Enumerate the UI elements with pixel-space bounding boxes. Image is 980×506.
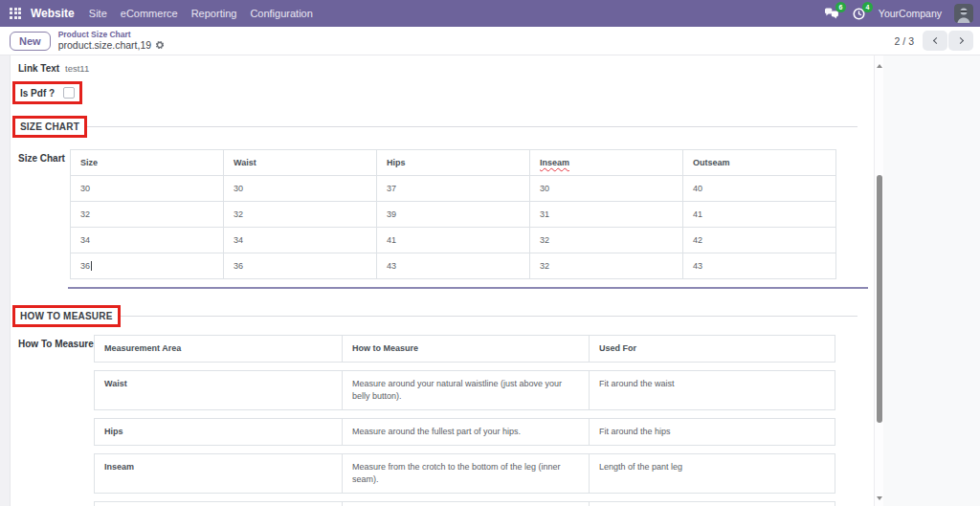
size-cell[interactable]: 30 (71, 176, 224, 202)
company-name[interactable]: YourCompany (879, 8, 942, 19)
how-to-measure-heading: HOW TO MEASURE (20, 311, 113, 321)
how-to-measure-label: How To Measure (18, 335, 94, 349)
link-text-label: Link Text (18, 62, 65, 74)
waist-cell[interactable]: 36 (224, 253, 377, 279)
scroll-down-arrow[interactable] (877, 496, 882, 503)
menu-reporting[interactable]: Reporting (191, 8, 237, 19)
menu-ecommerce[interactable]: eCommerce (121, 8, 178, 19)
scroll-up-arrow[interactable] (877, 61, 882, 68)
control-panel: New Product Size Chart product.size.char… (0, 27, 980, 55)
how-to-measure-cell[interactable]: Measure around the fullest part of your … (342, 419, 589, 445)
annotation-box-is-pdf: Is Pdf ? (12, 81, 82, 104)
field-how-to-measure: How To Measure Measurement Area How to M… (18, 335, 874, 506)
size-chart-header-cell[interactable]: Hips (377, 150, 530, 176)
inseam-cell[interactable]: 32 (530, 228, 683, 253)
pager-count: 2 / 3 (895, 35, 914, 47)
pager: 2 / 3 (895, 31, 973, 51)
user-avatar[interactable] (954, 4, 973, 23)
messages-badge: 6 (835, 2, 846, 12)
how-to-measure-row: Hips Measure around the fullest part of … (94, 418, 835, 446)
hips-cell[interactable]: 39 (377, 202, 530, 228)
header-how-to-measure[interactable]: How to Measure (342, 336, 589, 362)
outseam-cell[interactable]: 43 (683, 253, 836, 279)
new-button[interactable]: New (10, 32, 51, 51)
how-to-measure-cell[interactable]: Measure around your natural waistline (j… (342, 371, 589, 409)
size-chart-header-cell[interactable]: Waist (224, 150, 377, 176)
menu-site[interactable]: Site (89, 8, 107, 19)
form-view: Link Text test11 Is Pdf ? SIZE CHART Siz… (0, 55, 980, 506)
measurement-area-cell[interactable] (95, 502, 342, 506)
menu-configuration[interactable]: Configuration (250, 8, 312, 19)
apps-grid-icon[interactable] (10, 8, 22, 20)
size-chart-header-cell[interactable]: Inseam (530, 150, 683, 176)
size-cell[interactable]: 34 (71, 228, 224, 253)
used-for-cell[interactable]: Length of the pant leg (589, 454, 836, 493)
pager-previous-button[interactable] (923, 31, 947, 51)
size-chart-row: 30 30 37 30 40 (71, 176, 836, 202)
focused-field-underline (68, 287, 868, 289)
how-to-measure-cell[interactable]: Measure from the crotch to the bottom of… (342, 454, 589, 493)
chevron-left-icon (932, 37, 939, 44)
how-to-measure-section-heading: HOW TO MEASURE (18, 305, 874, 327)
size-chart-row: 32 32 39 31 41 (71, 202, 836, 228)
vertical-scrollbar[interactable] (874, 55, 883, 506)
outseam-cell[interactable]: 40 (683, 176, 836, 202)
breadcrumb: Product Size Chart product.size.chart,19 (58, 31, 165, 52)
size-cell[interactable]: 36 (71, 253, 224, 279)
is-pdf-checkbox[interactable] (63, 87, 75, 99)
size-chart-section-heading: SIZE CHART (18, 116, 874, 138)
messages-icon[interactable]: 6 (824, 7, 839, 20)
hips-cell[interactable]: 37 (377, 176, 530, 202)
outseam-cell[interactable]: 41 (683, 202, 836, 228)
app-name[interactable]: Website (31, 7, 75, 20)
waist-cell[interactable]: 32 (224, 202, 377, 228)
size-chart-table: SizeWaistHipsInseamOutseam 30 30 37 30 4… (70, 149, 836, 279)
form-sheet: Link Text test11 Is Pdf ? SIZE CHART Siz… (10, 55, 874, 506)
measurement-area-cell[interactable]: Waist (95, 371, 342, 409)
record-reference: product.size.chart,19 (58, 39, 151, 51)
size-chart-row: 36 36 43 32 43 (71, 253, 836, 279)
how-to-measure-row: Waist Measure around your natural waistl… (94, 370, 835, 410)
annotation-box-size-chart: SIZE CHART (12, 116, 87, 138)
main-menu: Site eCommerce Reporting Configuration (89, 8, 313, 19)
field-is-pdf: Is Pdf ? (18, 81, 874, 104)
annotation-box-how-to-measure: HOW TO MEASURE (12, 305, 121, 327)
hips-cell[interactable]: 43 (377, 253, 530, 279)
activities-clock-icon[interactable]: 4 (852, 7, 866, 21)
header-used-for[interactable]: Used For (589, 336, 836, 362)
size-chart-header-cell[interactable]: Outseam (683, 150, 836, 176)
how-to-measure-row: Inseam Measure from the crotch to the bo… (94, 453, 835, 494)
measurement-area-cell[interactable]: Hips (95, 419, 342, 445)
size-cell[interactable]: 32 (71, 202, 224, 228)
is-pdf-label: Is Pdf ? (20, 88, 55, 99)
header-measurement-area[interactable]: Measurement Area (95, 336, 342, 362)
inseam-cell[interactable]: 30 (530, 176, 683, 202)
size-chart-heading: SIZE CHART (20, 121, 79, 132)
waist-cell[interactable]: 30 (224, 176, 377, 202)
used-for-cell[interactable]: Fit around the waist (589, 371, 836, 409)
size-chart-header-cell[interactable]: Size (71, 150, 224, 176)
breadcrumb-title[interactable]: Product Size Chart (58, 31, 165, 40)
scrollbar-thumb[interactable] (877, 175, 882, 423)
waist-cell[interactable]: 34 (224, 228, 377, 253)
hips-cell[interactable]: 41 (377, 228, 530, 253)
size-chart-header-row: SizeWaistHipsInseamOutseam (71, 150, 836, 176)
how-to-measure-cell[interactable] (342, 502, 589, 506)
field-size-chart: Size Chart SizeWaistHipsInseamOutseam 30… (18, 149, 874, 279)
activities-badge: 4 (862, 2, 873, 12)
inseam-cell[interactable]: 32 (530, 253, 683, 279)
outseam-cell[interactable]: 42 (683, 228, 836, 253)
gear-icon[interactable] (155, 40, 165, 50)
how-to-measure-partial-row (94, 501, 835, 506)
link-text-value[interactable]: test11 (65, 62, 89, 74)
section-divider (121, 316, 858, 317)
pager-next-button[interactable] (948, 31, 973, 51)
page-background (883, 55, 980, 506)
used-for-cell[interactable]: Fit around the hips (589, 419, 836, 445)
measurement-area-cell[interactable]: Inseam (95, 454, 342, 493)
section-divider (87, 126, 858, 127)
chevron-right-icon (956, 37, 963, 44)
used-for-cell[interactable] (589, 502, 836, 506)
how-to-measure-header-row: Measurement Area How to Measure Used For (94, 335, 835, 363)
inseam-cell[interactable]: 31 (530, 202, 683, 228)
